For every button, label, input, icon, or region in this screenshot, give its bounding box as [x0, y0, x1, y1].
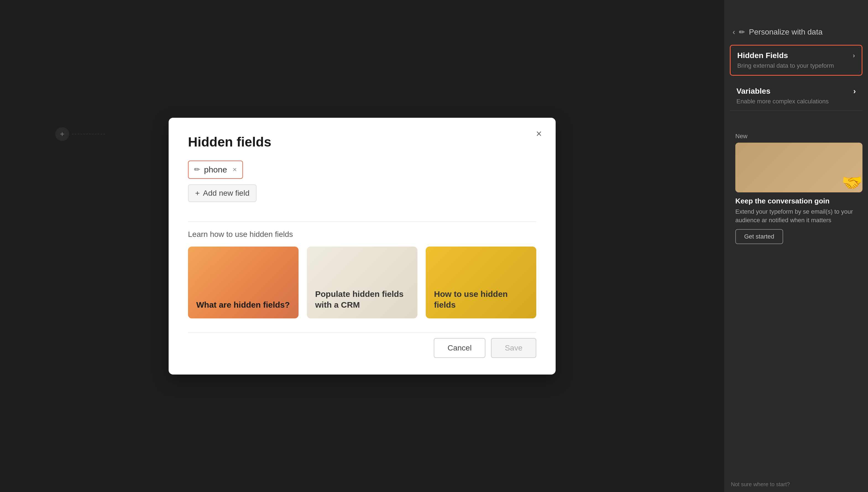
- learn-card-what-are-label: What are hidden fields?: [196, 299, 290, 310]
- sidebar-back-button[interactable]: ‹: [733, 28, 735, 36]
- modal-close-button[interactable]: ×: [536, 129, 542, 139]
- modal-divider: [188, 221, 536, 222]
- learn-card-populate-crm[interactable]: Populate hidden fields with a CRM: [307, 247, 417, 318]
- modal-title: Hidden fields: [188, 134, 536, 150]
- sidebar-card-body: Extend your typeform by se email(s) to y…: [735, 207, 863, 225]
- sidebar-header: ‹ ✏ Personalize with data: [724, 22, 868, 42]
- add-field-label: Add new field: [203, 189, 249, 198]
- modal-backdrop: Hidden fields × ✏ phone × + Add new fiel…: [0, 0, 724, 492]
- hidden-fields-panel[interactable]: Hidden Fields › Bring external data to y…: [730, 45, 863, 76]
- hidden-fields-chevron: ›: [853, 52, 855, 59]
- sidebar-card-heading: Keep the conversation goin: [735, 197, 863, 205]
- field-chip-remove-button[interactable]: ×: [232, 165, 237, 174]
- variables-panel[interactable]: Variables › Enable more complex calculat…: [730, 81, 863, 111]
- learn-card-how-to-use[interactable]: How to use hidden fields: [426, 247, 536, 318]
- get-started-button[interactable]: Get started: [735, 229, 783, 244]
- add-new-field-button[interactable]: + Add new field: [188, 184, 256, 202]
- learn-card-populate-crm-label: Populate hidden fields with a CRM: [315, 289, 409, 310]
- learn-section-label: Learn how to use hidden fields: [188, 230, 536, 239]
- field-chip-label: phone: [204, 165, 227, 174]
- hidden-fields-modal: Hidden fields × ✏ phone × + Add new fiel…: [169, 118, 555, 374]
- sidebar-card-content: Keep the conversation goin Extend your t…: [735, 197, 863, 225]
- new-badge: New: [735, 133, 863, 140]
- hands-illustration-icon: 🤝: [842, 173, 863, 192]
- variables-label: Variables: [737, 87, 770, 96]
- sidebar-promo-image: 🤝: [735, 143, 863, 192]
- modal-footer: Cancel Save: [188, 332, 536, 358]
- hidden-fields-label: Hidden Fields: [737, 51, 788, 60]
- learn-card-how-to-use-label: How to use hidden fields: [434, 289, 528, 310]
- variables-title-row: Variables ›: [737, 87, 856, 96]
- personalize-icon: ✏: [739, 28, 745, 36]
- right-sidebar: ‹ ✏ Personalize with data Hidden Fields …: [724, 0, 868, 492]
- phone-field-chip[interactable]: ✏ phone ×: [188, 161, 243, 179]
- field-chip-icon: ✏: [194, 165, 200, 174]
- hidden-fields-subtitle: Bring external data to your typeform: [737, 62, 855, 69]
- learn-card-what-are[interactable]: What are hidden fields?: [188, 247, 299, 318]
- save-button[interactable]: Save: [491, 338, 536, 358]
- learn-cards-row: What are hidden fields? Populate hidden …: [188, 247, 536, 318]
- add-field-icon: +: [195, 189, 200, 198]
- personalize-label: Personalize with data: [749, 28, 822, 36]
- cancel-button[interactable]: Cancel: [434, 338, 486, 358]
- not-sure-text: Not sure where to start?: [724, 477, 868, 492]
- variables-subtitle: Enable more complex calculations: [737, 98, 856, 105]
- variables-chevron: ›: [853, 87, 856, 96]
- sidebar-card-area: New 🤝 Keep the conversation goin Extend …: [735, 133, 863, 244]
- hidden-fields-title-row: Hidden Fields ›: [737, 51, 855, 60]
